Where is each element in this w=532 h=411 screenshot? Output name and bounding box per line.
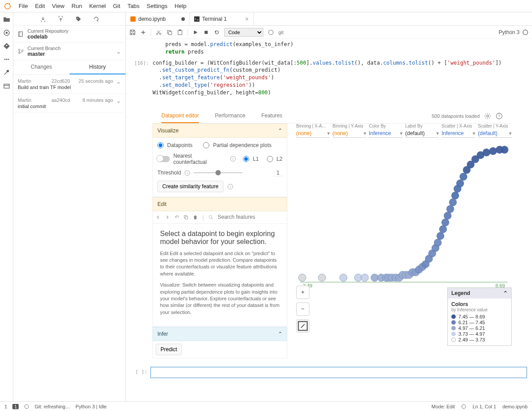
running-icon[interactable]	[3, 29, 10, 36]
legend-colors-label: Colors	[451, 301, 508, 307]
undo-icon[interactable]	[174, 214, 179, 220]
chevron-right-icon[interactable]	[165, 214, 170, 220]
add-icon[interactable]	[140, 29, 146, 35]
scatter-point[interactable]	[460, 173, 467, 180]
scatter-point[interactable]	[483, 148, 490, 156]
pull-icon[interactable]	[40, 16, 46, 22]
gear-icon[interactable]	[484, 112, 491, 120]
copy-icon[interactable]	[166, 29, 172, 35]
menu-help[interactable]: Help	[171, 3, 190, 9]
zoom-in-button[interactable]: +	[296, 286, 309, 299]
commands-icon[interactable]	[3, 56, 10, 63]
menu-kernel[interactable]: Kernel	[86, 3, 110, 9]
wit-tab-features[interactable]: Features	[261, 109, 282, 123]
tab-terminal[interactable]: Terminal 1 ×	[190, 12, 254, 25]
l2-radio[interactable]	[267, 156, 273, 162]
scatter-point[interactable]	[451, 192, 459, 199]
menu-run[interactable]: Run	[68, 3, 86, 9]
scatter-point[interactable]	[354, 274, 362, 281]
wit-control[interactable]: Binning | Y-Axis(none)▾	[332, 124, 366, 138]
cell-type-select[interactable]: Code	[224, 28, 263, 37]
info-icon[interactable]: i	[184, 170, 190, 176]
menu-view[interactable]: View	[48, 3, 68, 9]
scatter-point[interactable]	[439, 225, 447, 233]
zoom-out-button[interactable]: −	[296, 302, 309, 316]
wit-control[interactable]: Binning | X-A...(none)▾	[296, 124, 330, 138]
stop-icon[interactable]	[203, 29, 209, 35]
wit-control[interactable]: Label By(default)▾	[405, 124, 439, 138]
scatter-point[interactable]	[371, 274, 378, 281]
pdp-radio[interactable]	[203, 142, 209, 148]
git-small-icon[interactable]	[268, 29, 274, 35]
scatter-point[interactable]	[456, 179, 464, 187]
expand-button[interactable]	[296, 319, 309, 333]
tabs-icon[interactable]	[3, 82, 10, 89]
save-icon[interactable]	[129, 29, 136, 35]
scatter-point[interactable]	[449, 198, 457, 206]
svg-text:i: i	[233, 157, 234, 161]
refresh-icon[interactable]	[93, 16, 99, 22]
scatter-point[interactable]	[434, 239, 442, 246]
menu-settings[interactable]: Settings	[143, 3, 171, 9]
menu-tabs[interactable]: Tabs	[124, 3, 143, 9]
datapoints-loaded-label: 500 datapoints loaded	[432, 113, 480, 119]
l1-radio[interactable]	[243, 156, 249, 162]
folder-icon[interactable]	[3, 16, 10, 23]
wit-control[interactable]: Scatter | X-AxisInference▾	[442, 124, 475, 138]
tag-icon[interactable]	[75, 16, 82, 22]
tab-history[interactable]: History	[70, 60, 126, 74]
wit-control[interactable]: Color ByInference▾	[369, 124, 403, 138]
tab-demo-notebook[interactable]: demo.ipynb	[126, 12, 190, 25]
wit-tab-editor[interactable]: Datapoint editor	[161, 109, 199, 123]
scatter-plot[interactable]: 2.49 8.69 + − Legend⌃ Co	[296, 142, 512, 288]
current-repo-row[interactable]: Current Repository codelab	[13, 26, 125, 43]
create-similarity-button[interactable]: Create similarity feature	[157, 181, 223, 192]
info-icon[interactable]: i	[230, 156, 236, 162]
scatter-point[interactable]	[446, 205, 454, 213]
scatter-point[interactable]	[298, 274, 306, 281]
counterfactual-toggle[interactable]	[157, 156, 170, 162]
threshold-slider[interactable]	[194, 172, 243, 173]
scatter-point[interactable]	[437, 232, 444, 240]
kernel-indicator[interactable]: Python 3	[499, 29, 528, 35]
wit-tab-performance[interactable]: Performance	[215, 109, 246, 123]
scatter-point[interactable]	[444, 212, 451, 219]
code-input[interactable]	[151, 367, 527, 378]
close-icon[interactable]: ×	[245, 16, 249, 23]
edit-section-header[interactable]: Edit	[153, 197, 287, 211]
scatter-point[interactable]	[340, 274, 347, 281]
tab-changes[interactable]: Changes	[13, 60, 70, 74]
search-features-input[interactable]	[218, 214, 284, 220]
menu-edit[interactable]: Edit	[31, 3, 48, 9]
empty-code-cell[interactable]: [ ]:	[126, 367, 527, 378]
paste-icon[interactable]	[177, 29, 183, 35]
wit-control[interactable]: Scatter | Y-Axis(default)▾	[478, 124, 512, 138]
datapoints-radio[interactable]	[157, 142, 164, 148]
visualize-section-header[interactable]: Visualize⌃	[153, 124, 287, 138]
git-icon[interactable]	[3, 43, 10, 50]
scatter-point[interactable]	[489, 147, 497, 155]
notebook-body[interactable]: preds = model.predict(examples_to_infer)…	[126, 39, 532, 401]
scatter-point[interactable]	[361, 274, 368, 281]
chevron-left-icon[interactable]	[156, 214, 160, 220]
legend-header[interactable]: Legend⌃	[448, 288, 511, 299]
scatter-point[interactable]	[318, 274, 326, 281]
run-icon[interactable]	[192, 29, 199, 35]
restart-icon[interactable]	[214, 29, 220, 35]
menu-git[interactable]: Git	[110, 3, 124, 9]
scatter-point[interactable]	[442, 218, 449, 226]
duplicate-icon[interactable]	[184, 214, 188, 220]
commit-row[interactable]: Martin22cd62025 seconds agoBuild and tra…	[13, 75, 125, 94]
infer-section-header[interactable]: Infer⌃	[153, 327, 287, 341]
cut-icon[interactable]	[156, 29, 162, 35]
wrench-icon[interactable]	[3, 69, 10, 76]
commit-row[interactable]: Martinaa240cd8 minutes agoinitial commit…	[13, 94, 125, 113]
help-icon[interactable]: ?	[496, 112, 503, 120]
scatter-point[interactable]	[501, 146, 509, 153]
delete-icon[interactable]	[193, 214, 198, 220]
predict-button[interactable]: Predict	[156, 344, 182, 355]
info-icon[interactable]: i	[227, 184, 233, 190]
current-branch-row[interactable]: Current Branch master ⌄	[13, 43, 125, 60]
menu-file[interactable]: File	[15, 3, 31, 9]
push-icon[interactable]	[58, 16, 64, 22]
